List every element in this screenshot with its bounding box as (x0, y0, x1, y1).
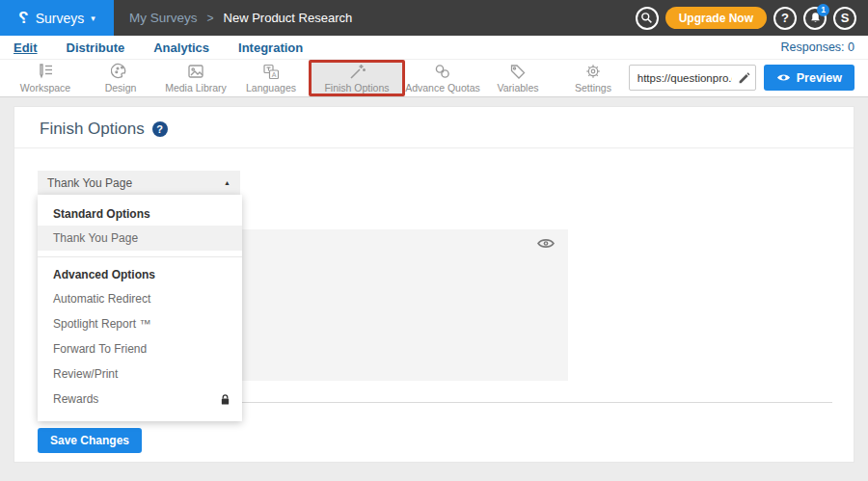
toolbar-item-design[interactable]: Design (83, 60, 158, 96)
finish-option-select[interactable]: Thank You Page ▲ (38, 171, 240, 195)
dropdown-item-spotlight-report[interactable]: Spotlight Report ™ (38, 311, 242, 336)
toolbar-item-finish-options[interactable]: Finish Options (309, 60, 405, 96)
design-palette-icon (111, 63, 130, 80)
media-library-icon (186, 63, 205, 80)
toolbar-item-variables[interactable]: Variables (480, 60, 556, 96)
notification-count-badge: 1 (817, 4, 829, 16)
surveys-product-menu[interactable]: ? Surveys ▾ (0, 0, 114, 36)
product-label: Surveys (36, 11, 85, 26)
finish-option-select-value: Thank You Page (47, 176, 132, 190)
questionpro-logo-icon: ? (18, 9, 28, 28)
upgrade-now-button[interactable]: Upgrade Now (665, 7, 767, 29)
breadcrumb-current-survey: New Product Research (224, 11, 353, 25)
notifications-button[interactable]: 1 (803, 7, 827, 30)
finish-options-wand-icon (347, 63, 366, 80)
dropdown-item-review-print[interactable]: Review/Print (38, 361, 242, 387)
search-icon (640, 12, 653, 24)
finish-options-panel: Finish Options ? Thank You Page ▲ Save C… (14, 106, 854, 463)
lock-icon (220, 393, 231, 406)
svg-text:A: A (272, 71, 277, 78)
page-title: Finish Options (40, 120, 145, 139)
eye-icon (776, 72, 791, 83)
toolbar-item-settings[interactable]: Settings (556, 60, 631, 96)
dropdown-item-automatic-redirect[interactable]: Automatic Redirect (38, 286, 242, 311)
title-divider (14, 147, 854, 148)
toolbar-item-advance-quotas[interactable]: Advance Quotas (405, 60, 480, 96)
tab-integration[interactable]: Integration (238, 40, 303, 55)
title-help-icon[interactable]: ? (152, 121, 168, 137)
dropdown-divider (38, 256, 242, 257)
breadcrumb-separator-icon: > (207, 12, 214, 25)
survey-nav-tabs: Edit Distribute Analytics Integration Re… (0, 36, 868, 60)
pencil-icon[interactable] (737, 70, 750, 84)
chevron-up-icon: ▲ (224, 179, 231, 186)
toolbar-right-actions: Preview (629, 65, 854, 91)
breadcrumb: My Surveys > New Product Research (129, 11, 352, 25)
dropdown-item-forward-to-friend[interactable]: Forward To Friend (38, 336, 242, 361)
finish-options-dropdown-menu: Standard Options Thank You Page Advanced… (38, 195, 242, 421)
top-bar: ? Surveys ▾ My Surveys > New Product Res… (0, 0, 868, 36)
eye-icon[interactable] (537, 237, 555, 250)
app-screen: ? Surveys ▾ My Surveys > New Product Res… (0, 0, 868, 481)
toolbar-item-workspace[interactable]: Workspace (8, 60, 83, 96)
question-mark-icon: ? (781, 11, 789, 25)
settings-gear-icon (583, 63, 603, 80)
edit-toolbar: Workspace Design Media Library A Languag… (0, 60, 868, 97)
tab-edit[interactable]: Edit (14, 40, 38, 55)
save-changes-button[interactable]: Save Changes (38, 428, 142, 453)
dropdown-item-thank-you-page[interactable]: Thank You Page (38, 226, 242, 251)
preview-button[interactable]: Preview (764, 65, 854, 91)
tab-distribute[interactable]: Distribute (67, 40, 125, 55)
advance-quotas-links-icon (433, 63, 452, 80)
dropdown-section-header-advanced: Advanced Options (38, 263, 242, 286)
toolbar-item-media-library[interactable]: Media Library (158, 60, 233, 96)
dropdown-section-header-standard: Standard Options (38, 202, 242, 226)
languages-icon: A (261, 63, 281, 80)
search-button[interactable] (636, 7, 659, 30)
dropdown-item-rewards[interactable]: Rewards (38, 387, 242, 412)
survey-url-box (629, 65, 756, 91)
panel-title-row: Finish Options ? (40, 120, 168, 139)
chevron-down-icon: ▾ (91, 13, 95, 23)
help-button[interactable]: ? (773, 7, 797, 30)
tab-analytics[interactable]: Analytics (153, 40, 209, 55)
responses-count-link[interactable]: Responses: 0 (781, 40, 854, 54)
workspace-icon (36, 63, 55, 80)
topbar-actions: Upgrade Now ? 1 S (636, 0, 856, 36)
variables-tag-icon (508, 63, 528, 80)
user-avatar[interactable]: S (833, 7, 856, 30)
avatar-initial: S (841, 11, 850, 25)
breadcrumb-my-surveys[interactable]: My Surveys (129, 11, 198, 25)
toolbar-item-languages[interactable]: A Languages (233, 60, 309, 96)
